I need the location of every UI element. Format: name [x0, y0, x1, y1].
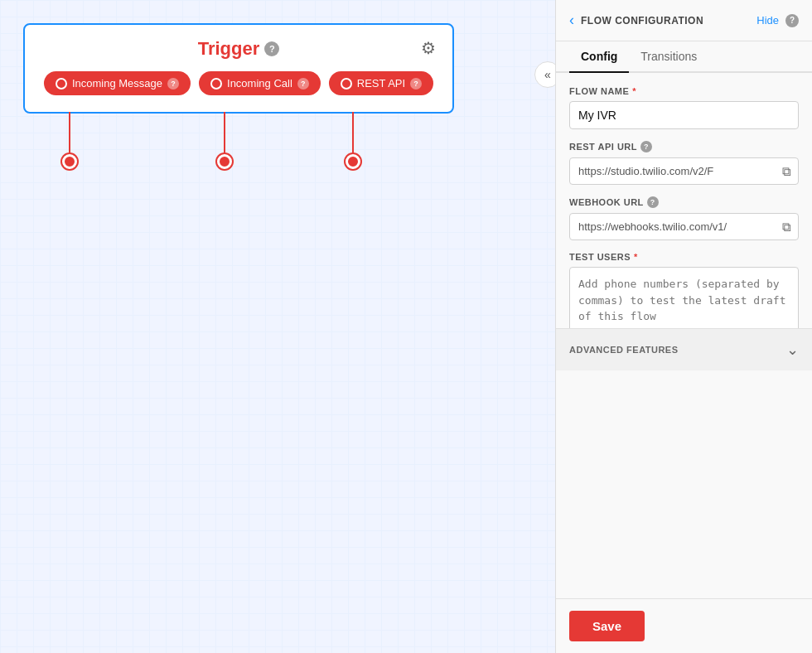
panel-help-icon[interactable]: ? — [785, 14, 799, 27]
rest-api-url-copy-button[interactable]: ⧉ — [776, 159, 798, 184]
rest-api-url-wrapper: ⧉ — [569, 157, 799, 185]
flow-name-label: FLOW NAME * — [569, 86, 799, 96]
panel-tabs: Config Transitions — [556, 41, 812, 73]
webhook-url-label: WEBHOOK URL ? — [569, 196, 799, 208]
collapse-icon: « — [544, 68, 551, 81]
incoming-message-circle — [56, 78, 67, 89]
trigger-gear-icon[interactable]: ⚙ — [421, 38, 436, 58]
rest-api-button[interactable]: REST API ? — [329, 71, 433, 95]
incoming-message-help-icon[interactable]: ? — [167, 78, 179, 89]
panel-footer: Save — [556, 598, 812, 653]
panel-back-button[interactable]: ‹ — [569, 12, 574, 29]
advanced-features-label: ADVANCED FEATURES — [569, 345, 679, 355]
test-users-label: TEST USERS * — [569, 252, 799, 262]
webhook-url-help-icon[interactable]: ? — [647, 196, 659, 208]
flow-name-input[interactable] — [569, 101, 799, 129]
save-button[interactable]: Save — [569, 611, 645, 641]
webhook-url-copy-button[interactable]: ⧉ — [776, 215, 798, 239]
panel-title: FLOW CONFIGURATION — [581, 15, 750, 27]
panel-body: FLOW NAME * REST API URL ? ⧉ WEBHOOK URL… — [556, 73, 812, 328]
chevron-down-icon: ⌄ — [786, 341, 799, 359]
test-users-input[interactable] — [569, 267, 799, 328]
trigger-title: Trigger — [198, 38, 260, 60]
rest-api-url-label: REST API URL ? — [569, 141, 799, 152]
rest-api-url-help-icon[interactable]: ? — [640, 141, 652, 152]
incoming-call-circle — [210, 78, 222, 89]
connector-dot-call[interactable] — [217, 154, 232, 169]
panel-header: ‹ FLOW CONFIGURATION Hide ? — [556, 0, 812, 41]
incoming-call-label: Incoming Call — [227, 77, 292, 89]
webhook-url-input[interactable] — [570, 214, 776, 239]
trigger-buttons: Incoming Message ? Incoming Call ? REST … — [41, 71, 436, 95]
advanced-features-section[interactable]: ADVANCED FEATURES ⌄ — [556, 328, 812, 370]
tab-config[interactable]: Config — [569, 41, 629, 73]
incoming-call-help-icon[interactable]: ? — [297, 78, 309, 89]
incoming-call-button[interactable]: Incoming Call ? — [199, 71, 321, 95]
panel-spacer — [556, 370, 812, 599]
panel-hide-button[interactable]: Hide — [756, 14, 779, 27]
collapse-panel-button[interactable]: « — [534, 61, 555, 88]
incoming-message-label: Incoming Message — [72, 77, 162, 89]
connector-dot-rest[interactable] — [346, 154, 360, 169]
trigger-widget: Trigger ? ⚙ Incoming Message ? Incoming … — [23, 23, 454, 114]
rest-api-url-input[interactable] — [570, 158, 776, 184]
rest-api-help-icon[interactable]: ? — [410, 78, 422, 89]
trigger-help-icon[interactable]: ? — [264, 41, 279, 56]
connector-dot-message[interactable] — [62, 154, 77, 169]
canvas-area: Trigger ? ⚙ Incoming Message ? Incoming … — [0, 0, 555, 653]
trigger-header: Trigger ? ⚙ — [41, 38, 436, 60]
right-panel: ‹ FLOW CONFIGURATION Hide ? Config Trans… — [555, 0, 812, 653]
webhook-url-wrapper: ⧉ — [569, 213, 799, 240]
rest-api-label: REST API — [357, 77, 405, 89]
tab-transitions[interactable]: Transitions — [629, 41, 708, 73]
rest-api-circle — [341, 78, 352, 89]
incoming-message-button[interactable]: Incoming Message ? — [44, 71, 191, 95]
